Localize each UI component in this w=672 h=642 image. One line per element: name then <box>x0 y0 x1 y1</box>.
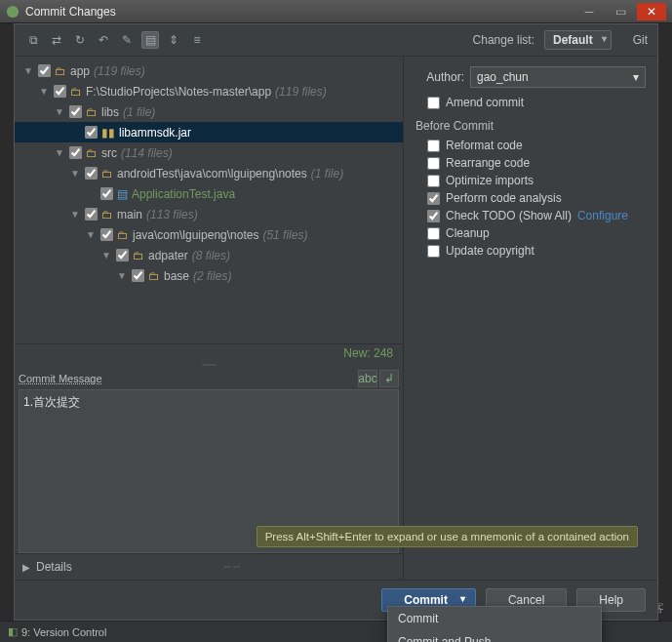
chevron-down-icon[interactable]: ▼ <box>100 250 112 261</box>
tree-checkbox[interactable] <box>100 228 113 241</box>
tree-node-count: (119 files) <box>94 64 145 78</box>
file-tree[interactable]: ▼🗀app(119 files)▼🗀F:\StudioProjects\Note… <box>15 57 403 343</box>
details-row[interactable]: ▶ Details ┄┄ <box>15 553 403 580</box>
close-button[interactable]: ✕ <box>637 3 666 20</box>
folder-icon: 🗀 <box>133 249 144 262</box>
history-icon[interactable]: ↲ <box>379 370 399 387</box>
commit-dropdown[interactable]: CommitCommit and Push...Create Patch... <box>387 606 602 642</box>
chevron-down-icon[interactable]: ▼ <box>69 168 81 179</box>
tree-checkbox[interactable] <box>132 269 144 282</box>
collapse-all-icon[interactable]: ≡ <box>188 31 206 49</box>
app-icon <box>6 5 20 19</box>
tree-checkbox[interactable] <box>85 126 98 139</box>
maximize-button[interactable]: ▭ <box>606 3 635 20</box>
tree-node[interactable]: ▮▮libammsdk.jar <box>15 122 403 142</box>
vcs-label: Git <box>633 33 648 47</box>
dropdown-item[interactable]: Commit and Push... <box>388 630 601 642</box>
tree-node-count: (8 files) <box>192 249 230 262</box>
window-title: Commit Changes <box>25 5 573 19</box>
folder-icon: 🗀 <box>86 146 98 160</box>
chevron-down-icon[interactable]: ▼ <box>69 209 81 220</box>
tree-node[interactable]: ▼🗀F:\StudioProjects\Notes-master\app(119… <box>15 81 403 101</box>
tree-node-label: libammsdk.jar <box>119 126 191 140</box>
before-commit-option[interactable]: Reformat code <box>427 139 646 152</box>
minimize-button[interactable]: ─ <box>574 3 604 20</box>
tree-node[interactable]: ▼🗀libs(1 file) <box>15 101 403 122</box>
tree-node-label: base <box>164 269 189 283</box>
show-diff-icon[interactable]: ⧉ <box>24 31 42 49</box>
tree-checkbox[interactable] <box>100 187 113 200</box>
svg-point-0 <box>7 5 19 17</box>
tree-node[interactable]: ▼🗀base(2 files) <box>15 265 403 286</box>
chevron-right-icon: ▶ <box>22 562 30 573</box>
changelist-combo[interactable]: Default <box>544 30 612 50</box>
author-value: gao_chun <box>477 70 529 84</box>
before-commit-option[interactable]: Rearrange code <box>427 156 646 170</box>
chevron-down-icon[interactable]: ▼ <box>54 147 65 158</box>
amend-commit-checkbox[interactable]: Amend commit <box>427 96 646 109</box>
author-combo[interactable]: gao_chun ▾ <box>470 66 646 88</box>
tree-node-count: (119 files) <box>275 85 327 99</box>
tree-node-label: src <box>101 146 117 160</box>
folder-icon: 🗀 <box>86 105 98 119</box>
commit-dialog: ⧉ ⇄ ↻ ↶ ✎ ▤ ⇕ ≡ Change list: Default Git… <box>14 23 658 621</box>
chevron-down-icon[interactable]: ▼ <box>54 106 65 117</box>
before-commit-option[interactable]: Update copyright <box>427 244 646 258</box>
tree-node[interactable]: ▼🗀androidTest\java\com\lguipeng\notes(1 … <box>15 163 403 183</box>
tree-checkbox[interactable] <box>85 167 98 180</box>
commit-message-label: Commit Message <box>19 373 356 384</box>
options-panel: Author: gao_chun ▾ Amend commit Before C… <box>404 57 657 580</box>
dialog-footer: Commit Cancel Help CommitCommit and Push… <box>15 580 657 620</box>
author-label: Author: <box>415 70 464 84</box>
tree-node[interactable]: ▼🗀app(119 files) <box>15 60 403 81</box>
folder-icon: 🗀 <box>70 85 82 99</box>
chevron-down-icon[interactable]: ▼ <box>38 86 50 97</box>
expand-all-icon[interactable]: ⇕ <box>165 31 182 49</box>
chevron-down-icon[interactable]: ▼ <box>85 229 97 240</box>
tree-checkbox[interactable] <box>85 208 98 221</box>
tree-node-count: (114 files) <box>121 146 173 160</box>
before-commit-option[interactable]: Perform code analysis <box>427 191 646 205</box>
tree-node[interactable]: ▼🗀adpater(8 files) <box>15 245 403 265</box>
chevron-down-icon[interactable]: ▼ <box>116 270 128 281</box>
titlebar: Commit Changes ─ ▭ ✕ <box>0 0 672 23</box>
tree-checkbox[interactable] <box>69 146 82 159</box>
changelist-label: Change list: <box>473 33 534 47</box>
tree-node-count: (51 files) <box>262 228 307 242</box>
tree-node[interactable]: ▼🗀main(113 files) <box>15 204 403 224</box>
toolbar: ⧉ ⇄ ↻ ↶ ✎ ▤ ⇕ ≡ Change list: Default Git <box>15 24 657 57</box>
folder-icon: 🗀 <box>148 269 160 283</box>
tree-node[interactable]: ▼🗀src(114 files) <box>15 142 403 163</box>
tree-node[interactable]: ▤ApplicationTest.java <box>15 183 403 204</box>
tree-checkbox[interactable] <box>116 249 129 261</box>
tree-node-label: libs <box>101 105 119 119</box>
dropdown-item[interactable]: Commit <box>388 607 601 630</box>
group-by-directory-icon[interactable]: ▤ <box>141 31 159 49</box>
before-commit-option[interactable]: Optimize imports <box>427 174 646 187</box>
folder-icon: 🗀 <box>55 64 66 78</box>
chevron-down-icon: ▾ <box>633 70 639 84</box>
tree-node-label: androidTest\java\com\lguipeng\notes <box>117 167 307 181</box>
folder-icon: 🗀 <box>101 167 113 181</box>
folder-icon: 🗀 <box>117 228 129 242</box>
tooltip: Press Alt+Shift+Enter to expand or use a… <box>257 526 638 547</box>
tree-node-count: (113 files) <box>146 208 198 221</box>
revert-icon[interactable]: ↶ <box>95 31 112 49</box>
tree-node-count: (1 file) <box>123 105 155 119</box>
tree-checkbox[interactable] <box>69 105 82 118</box>
before-commit-option[interactable]: Check TODO (Show All)Configure <box>427 209 646 222</box>
tree-node-label: java\com\lguipeng\notes <box>133 228 258 242</box>
configure-link[interactable]: Configure <box>577 209 628 222</box>
refresh-icon[interactable]: ↻ <box>71 31 89 49</box>
move-to-changelist-icon[interactable]: ⇄ <box>48 31 65 49</box>
new-changelist-icon[interactable]: ✎ <box>118 31 136 49</box>
tree-node-label: F:\StudioProjects\Notes-master\app <box>86 85 271 99</box>
tree-checkbox[interactable] <box>38 64 51 77</box>
tree-checkbox[interactable] <box>54 85 66 98</box>
spellcheck-icon[interactable]: abc <box>358 370 377 387</box>
chevron-down-icon[interactable]: ▼ <box>22 65 34 76</box>
before-commit-option[interactable]: Cleanup <box>427 226 646 240</box>
tree-node[interactable]: ▼🗀java\com\lguipeng\notes(51 files) <box>15 224 403 245</box>
folder-icon: 🗀 <box>101 208 113 221</box>
tree-node-label: main <box>117 208 142 221</box>
